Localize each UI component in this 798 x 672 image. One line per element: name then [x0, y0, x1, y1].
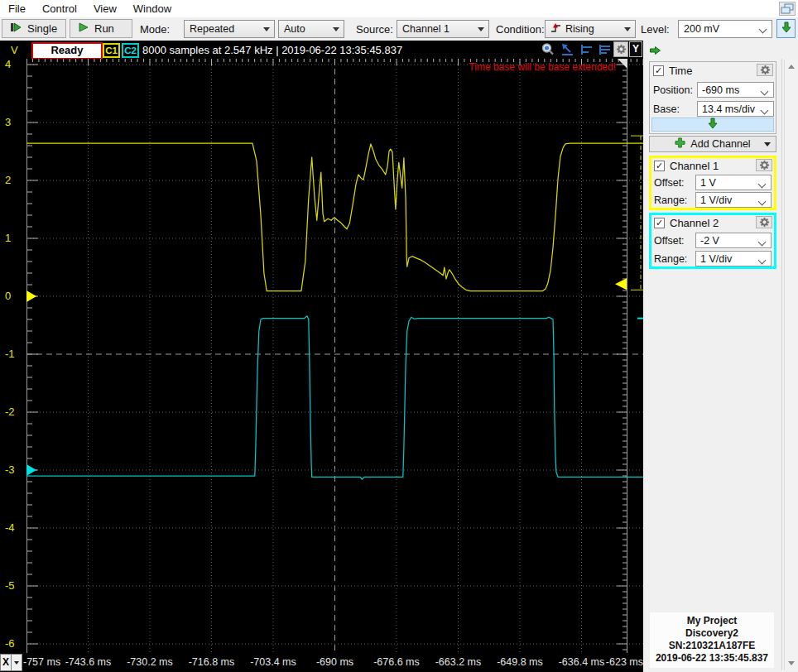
x-tick-label: -730.2 ms — [127, 656, 173, 668]
channel2-group-label: Channel 2 — [670, 217, 719, 229]
y-axis-unit-label: V — [11, 44, 18, 56]
time-base-select[interactable]: 13.4 ms/div — [697, 101, 774, 117]
mode-label: Mode: — [140, 23, 170, 36]
level-auto-button[interactable] — [776, 19, 796, 38]
channel2-offset-value: -2 V — [700, 235, 719, 247]
y-tick-label: -3 — [5, 463, 15, 476]
channel2-offset-label: Offset: — [654, 235, 685, 247]
x-tick-label: -623 ms — [606, 656, 643, 668]
add-channel-dropdown-arrow — [764, 142, 771, 150]
run-icon — [78, 22, 89, 36]
channel1-offset-marker — [26, 290, 36, 302]
channel2-group: Channel 2 Offset: -2 V Range: 1 V/div — [649, 213, 776, 269]
time-position-value: -690 ms — [702, 84, 739, 96]
x-axis-dropdown-button[interactable] — [11, 654, 22, 671]
menu-item-file[interactable]: File — [0, 0, 34, 15]
horizontal-measure-icon[interactable] — [579, 42, 595, 57]
single-button[interactable]: Single — [2, 19, 66, 38]
y-tick-label: -1 — [5, 348, 15, 360]
mode-aux-select[interactable]: Auto — [278, 20, 344, 38]
condition-select[interactable]: Rising — [545, 20, 636, 38]
menu-item-control[interactable]: Control — [34, 0, 85, 15]
y-axis-labels: 43210-1-2-3-4-5-6 — [0, 59, 26, 653]
run-button[interactable]: Run — [70, 19, 132, 38]
channel1-checkbox[interactable] — [654, 161, 665, 171]
x-tick-label: -757 ms — [23, 656, 60, 668]
status-bar: V Ready C1 C2 8000 samples at 2.547 kHz … — [0, 41, 643, 59]
float-window-icon[interactable] — [779, 2, 796, 16]
channel2-offset-select[interactable]: -2 V — [695, 233, 772, 248]
channel2-range-select[interactable]: 1 V/div — [695, 251, 772, 266]
acquisition-timestamp: 2019-06-22 13:35:45.837 — [650, 652, 774, 665]
y-cursors-button[interactable]: Y — [629, 41, 642, 57]
add-channel-button[interactable]: Add Channel — [649, 136, 776, 152]
green-arrow-down-icon — [781, 22, 791, 36]
y-tick-label: 0 — [5, 290, 11, 302]
zoom-tool-icon[interactable] — [540, 42, 556, 57]
time-base-extend-indicator[interactable] — [651, 118, 774, 132]
channel2-checkbox[interactable] — [654, 218, 665, 228]
channel1-badge[interactable]: C1 — [103, 43, 120, 58]
menu-item-view[interactable]: View — [85, 0, 125, 15]
add-channel-label: Add Channel — [690, 138, 750, 150]
source-label: Source: — [356, 23, 393, 36]
acquisition-info: 8000 samples at 2.547 kHz | 2019-06-22 1… — [142, 44, 402, 56]
x-axis-button[interactable]: X — [0, 654, 12, 671]
single-icon — [10, 22, 22, 36]
channel1-offset-select[interactable]: 1 V — [695, 175, 772, 190]
mode-aux-select-value: Auto — [284, 23, 305, 35]
level-input-value: 200 mV — [684, 23, 719, 35]
y-tick-label: 1 — [5, 232, 11, 244]
single-button-label: Single — [27, 22, 57, 35]
panel-scrollbar[interactable] — [784, 60, 798, 670]
device-serial: SN:210321A187FE — [650, 640, 774, 652]
y-tick-label: -5 — [5, 579, 15, 592]
level-input[interactable]: 200 mV — [678, 20, 772, 38]
panel-divider — [781, 59, 782, 670]
trigger-level-marker — [615, 278, 627, 290]
x-tick-label: -636.4 ms — [559, 656, 605, 668]
channel1-range-select[interactable]: 1 V/div — [695, 192, 772, 208]
channel1-settings-gear-button[interactable] — [756, 159, 772, 171]
y-tick-label: 2 — [5, 174, 11, 186]
condition-label: Condition: — [496, 23, 545, 36]
channel2-range-label: Range: — [654, 253, 687, 265]
waveforms-scope-window: { "menu": {"items": ["File", "Control", … — [0, 0, 798, 672]
scope-plot-canvas[interactable] — [26, 59, 643, 653]
cursor-tool-icon[interactable] — [560, 42, 576, 57]
scope-plot-area[interactable]: Time base will be base extended! — [26, 59, 643, 653]
mode-select[interactable]: Repeated — [184, 20, 275, 38]
time-settings-gear-button[interactable] — [757, 64, 773, 76]
scrollbar-up-arrow[interactable] — [786, 60, 797, 73]
channel1-group: Channel 1 Offset: 1 V Range: 1 V/div — [649, 156, 776, 210]
channel2-settings-gear-button[interactable] — [756, 216, 772, 228]
project-info: My Project Discovery2 SN:210321A187FE 20… — [650, 612, 774, 668]
y-tick-label: 3 — [5, 116, 11, 128]
channel1-offset-value: 1 V — [700, 177, 716, 189]
channel1-range-label: Range: — [654, 194, 687, 206]
panel-collapse-arrow-icon[interactable] — [649, 44, 661, 59]
channel1-offset-label: Offset: — [654, 177, 685, 189]
acquisition-state-button[interactable]: Ready — [31, 42, 103, 60]
plot-settings-gear-button[interactable] — [613, 41, 628, 57]
condition-select-value: Rising — [565, 23, 594, 35]
time-position-select[interactable]: -690 ms — [697, 82, 774, 98]
mode-select-value: Repeated — [190, 23, 234, 35]
rising-edge-icon — [550, 22, 561, 36]
x-tick-label: -649.8 ms — [497, 656, 543, 668]
project-name: My Project — [650, 615, 774, 627]
source-select[interactable]: Channel 1 — [397, 20, 489, 38]
toolbar: Single Run Mode: Repeated Auto Source: C… — [0, 17, 798, 41]
scrollbar-down-arrow[interactable] — [786, 657, 797, 670]
channel2-range-value: 1 V/div — [700, 253, 732, 265]
x-axis-labels: X -757 ms-743.6 ms-730.2 ms-716.8 ms-703… — [0, 653, 643, 672]
vertical-measure-icon[interactable] — [597, 42, 613, 57]
menu-item-window[interactable]: Window — [125, 0, 180, 15]
x-tick-label: -703.4 ms — [250, 656, 296, 668]
channel2-offset-marker — [26, 464, 36, 476]
time-checkbox[interactable] — [653, 65, 664, 76]
y-tick-label: 4 — [5, 58, 11, 70]
base-label: Base: — [653, 103, 680, 115]
channel2-badge[interactable]: C2 — [122, 43, 139, 58]
timebase-warning-text: Time base will be base extended! — [469, 61, 616, 73]
